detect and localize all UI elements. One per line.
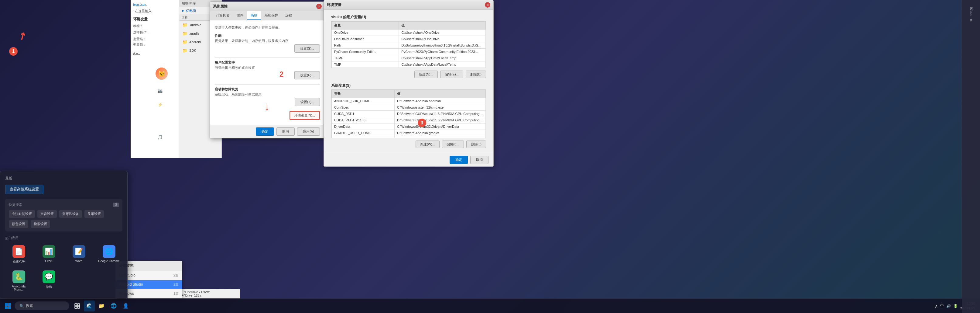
app-item-chrome[interactable]: 🌐 Google Chrome xyxy=(95,243,123,265)
sidebar-icon-2[interactable]: ⚡ xyxy=(154,99,165,110)
taskbar-chevron-icon[interactable]: ∧ xyxy=(935,303,938,308)
var-name: Path xyxy=(332,42,399,49)
dialog-close-button[interactable]: ✕ xyxy=(316,4,322,9)
sys-var-value: C:\Windows\system32\cmd.exe xyxy=(395,104,486,111)
folder-icon-sdk: 📁 xyxy=(182,48,188,53)
search-item-display[interactable]: 显示设置 xyxy=(84,210,104,218)
sys-var-name: CUDA_PATH xyxy=(332,111,395,117)
search-item-color[interactable]: 颜色设置 xyxy=(9,220,28,228)
start-button[interactable] xyxy=(2,300,13,311)
user-delete-button[interactable]: 删除(D) xyxy=(466,70,486,78)
excel-label: Excel xyxy=(45,259,52,263)
env-dialog-close-button[interactable]: ✕ xyxy=(485,2,490,8)
sys-var-value: D:\Software\Android\.gradle\ xyxy=(395,130,486,136)
table-row[interactable]: CUDA_PATH D:\Software\CUDA\cuda11.6.2\NV… xyxy=(332,111,486,117)
ok-button[interactable]: 确定 xyxy=(256,128,274,136)
history-panel: 历史 CSDN参考 xyxy=(962,0,980,313)
anaconda-label: Anaconda Prom... xyxy=(7,285,30,291)
recent-label: 最近 xyxy=(5,176,13,181)
bottom-value-2: F:\Drive- 126 c xyxy=(182,294,237,297)
taskbar-search-box[interactable]: 🔍 搜索 xyxy=(14,302,69,310)
table-row[interactable]: TMP C:\Users\shuku\AppData\Local\Temp xyxy=(332,61,486,68)
user-new-button[interactable]: 新建(N)... xyxy=(414,70,438,78)
apply-button[interactable]: 应用(A) xyxy=(297,128,320,136)
var-value: C:\Users\shuku\AppData\Local\Temp xyxy=(399,61,486,68)
taskbar-icon-taskview[interactable] xyxy=(72,300,83,311)
startup-section: 启动和故障恢复 系统启动、系统故障和调试信息 设置(T)... xyxy=(215,87,320,106)
history-title: 历史 xyxy=(969,2,973,7)
search-item-search[interactable]: 搜索设置 xyxy=(31,220,50,228)
hot-apps-title: 热门应用 xyxy=(5,236,123,240)
table-row[interactable]: ComSpec C:\Windows\system32\cmd.exe xyxy=(332,104,486,111)
var-value: C:\Users\shuku\OneDrive xyxy=(399,29,486,36)
cancel-button[interactable]: 取消 xyxy=(277,128,295,136)
view-system-settings-button[interactable]: 查看高级系统设置 xyxy=(5,185,43,194)
bottom-value-1: F:\OneDrive - 126cfz xyxy=(182,291,237,294)
search-item-sound[interactable]: 声音设置 xyxy=(37,210,57,218)
sys-var-value: D:\Software\CUDA\cuda11.6.2\NVIDIA GPU C… xyxy=(395,117,486,123)
sys-delete-button[interactable]: 删除(L) xyxy=(466,141,486,148)
file-label-sdk: SDK xyxy=(189,49,196,52)
sidebar-icon-4[interactable]: 🎵 xyxy=(154,132,165,143)
taskbar-icons: 🌊 📁 🌐 👤 xyxy=(72,300,131,311)
tab-hardware[interactable]: 硬件 xyxy=(233,11,247,20)
taskbar-icon-edge[interactable]: 🌊 xyxy=(84,300,95,311)
sys-new-button[interactable]: 新建(W)... xyxy=(415,141,439,148)
folder-icon-android2: 📁 xyxy=(182,40,188,45)
app-item-pdf[interactable]: 📄 迅速PDF xyxy=(5,243,32,265)
sidebar-icon-3[interactable]: ☑ xyxy=(154,118,165,129)
startup-desc: 系统启动、系统故障和调试信息 xyxy=(215,92,320,97)
taskbar-icon-user[interactable]: 👤 xyxy=(120,300,131,311)
svg-rect-2 xyxy=(5,306,8,309)
env-ok-button[interactable]: 确定 xyxy=(450,156,468,164)
taskbar-speaker-icon[interactable]: 🔊 xyxy=(946,304,951,308)
folder-icon-android: 📁 xyxy=(182,22,188,27)
table-row[interactable]: GRADLE_USER_HOME D:\Software\Android\.gr… xyxy=(332,130,486,136)
taskbar-icon-chrome-bar[interactable]: 🌐 xyxy=(108,300,119,311)
env-dialog-footer: 确定 取消 xyxy=(324,153,493,166)
category-lua-count: 2篇 xyxy=(173,273,179,278)
var-name: OneDrive xyxy=(332,29,399,36)
search-placeholder-text: 搜索 xyxy=(26,303,33,308)
sidebar-icon-1[interactable]: 📷 xyxy=(154,85,165,96)
folder-icon-gradle: 📁 xyxy=(182,31,188,36)
table-row[interactable]: Path D:\Software\python\python3.10.2\ins… xyxy=(332,42,486,49)
env-vars-button[interactable]: 环境变量(N)... xyxy=(290,111,320,120)
table-row[interactable]: TEMP C:\Users\shuku\AppData\Local\Temp xyxy=(332,55,486,61)
sidebar-divider xyxy=(154,114,165,114)
app-item-wechat[interactable]: 💬 微信 xyxy=(35,268,62,293)
user-edit-button[interactable]: 编辑(E)... xyxy=(440,70,463,78)
env-dialog-title: 环境变量 xyxy=(327,2,342,8)
env-dialog-body: shuku 的用户变量(U) 变量 值 OneDrive C:\Users\sh… xyxy=(324,10,493,153)
sys-col-var: 变量 xyxy=(332,90,395,98)
divider1 xyxy=(215,57,320,58)
word-icon: 📝 xyxy=(73,245,85,258)
table-row[interactable]: ANDROID_SDK_HOME D:\Software\Android\.an… xyxy=(332,98,486,104)
perf-settings-button[interactable]: 设置(S)... xyxy=(294,45,320,53)
search-item-focus[interactable]: 专注时间设置 xyxy=(9,210,35,218)
table-row[interactable]: OneDrive C:\Users\shuku\OneDrive xyxy=(332,29,486,36)
app-item-word[interactable]: 📝 Word xyxy=(65,243,92,265)
app-item-anaconda[interactable]: 🐍 Anaconda Prom... xyxy=(5,268,32,293)
profile-settings-button[interactable]: 设置(E)... xyxy=(294,71,320,79)
search-item-bluetooth[interactable]: 蓝牙和设备 xyxy=(59,210,82,218)
user-btn-row: 新建(N)... 编辑(E)... 删除(D) xyxy=(328,68,490,81)
tab-remote[interactable]: 远程 xyxy=(282,11,296,20)
table-row[interactable]: OneDriveConsumer C:\Users\shuku\OneDrive xyxy=(332,36,486,42)
sys-var-value: D:\Software\Android\.android\ xyxy=(395,98,486,104)
table-row[interactable]: CUDA_PATH_V11_6 D:\Software\CUDA\cuda11.… xyxy=(332,117,486,123)
quick-search-s-badge: S xyxy=(113,203,119,207)
app-item-excel[interactable]: 📊 Excel xyxy=(35,243,62,265)
env-cancel-button[interactable]: 取消 xyxy=(470,156,488,164)
startup-title: 启动和故障恢复 xyxy=(215,87,320,91)
chrome-taskbar-icon: 🌐 xyxy=(111,303,117,309)
sys-edit-button[interactable]: 编辑(I)... xyxy=(442,141,464,148)
tab-advanced[interactable]: 高级 xyxy=(247,11,261,20)
taskbar-icon-folder[interactable]: 📁 xyxy=(96,300,107,311)
table-row[interactable]: PyCharm Community Editi... PyCharm2023\P… xyxy=(332,49,486,55)
tab-computer-name[interactable]: 计算机名 xyxy=(212,11,233,20)
tab-system-protection[interactable]: 系统保护 xyxy=(261,11,282,20)
startup-settings-button[interactable]: 设置(T)... xyxy=(295,98,320,106)
sys-var-name: ANDROID_SDK_HOME xyxy=(332,98,395,104)
table-row[interactable]: DriverData C:\Windows\System32\Drivers\D… xyxy=(332,123,486,130)
